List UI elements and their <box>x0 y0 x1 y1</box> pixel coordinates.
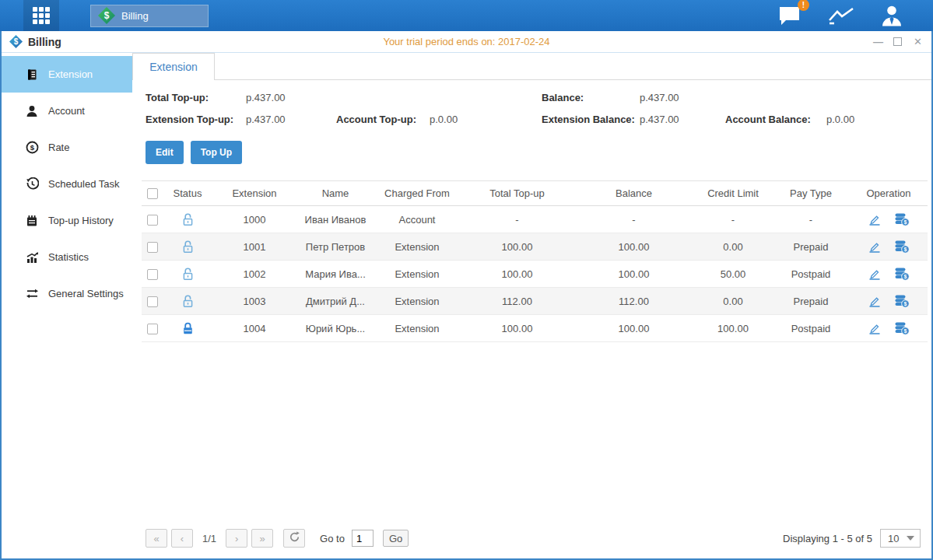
select-all-checkbox[interactable] <box>147 188 158 199</box>
notifications-button[interactable]: ! <box>777 5 802 26</box>
topup-extension-icon[interactable]: $ <box>894 213 910 226</box>
cell-pay-type: Postpaid <box>772 315 850 342</box>
extension-topup-label: Extension Top-up: <box>146 114 246 125</box>
row-checkbox[interactable] <box>147 296 158 307</box>
row-checkbox-cell <box>142 261 163 288</box>
sidebar-item-label: Account <box>48 105 85 117</box>
svg-text:$: $ <box>904 219 907 226</box>
row-checkbox[interactable] <box>147 269 158 280</box>
sidebar-item-scheduled-task[interactable]: Scheduled Task <box>2 166 132 202</box>
cell-total-topup: 100.00 <box>461 261 573 288</box>
cell-balance: 100.00 <box>573 315 694 342</box>
row-checkbox[interactable] <box>147 215 158 226</box>
topup-extension-icon[interactable]: $ <box>894 240 910 254</box>
topup-extension-icon[interactable]: $ <box>894 322 910 335</box>
cell-status <box>163 288 212 315</box>
cell-charged-from: Extension <box>374 315 461 342</box>
column-charged-from: Charged From <box>374 181 461 206</box>
prev-page-button[interactable]: ‹ <box>171 529 193 548</box>
sidebar-item-statistics[interactable]: Statistics <box>2 239 132 275</box>
tab-label: Extension <box>149 61 197 73</box>
column-pay-type: Pay Type <box>772 181 850 206</box>
scheduled-task-icon <box>25 177 39 191</box>
balance-value: p.437.00 <box>640 92 725 103</box>
cell-extension: 1002 <box>212 261 297 288</box>
page-size-select[interactable]: 10 <box>880 529 921 548</box>
go-button[interactable]: Go <box>383 530 409 547</box>
row-checkbox[interactable] <box>147 242 158 253</box>
table-row: 1004Юрий Юрь...Extension100.00100.00100.… <box>142 315 928 342</box>
last-page-button[interactable]: » <box>251 529 273 548</box>
tab-extension[interactable]: Extension <box>132 53 215 80</box>
billing-app-icon: $ <box>98 7 115 24</box>
cell-status <box>163 233 212 261</box>
cell-charged-from: Extension <box>374 233 461 261</box>
cell-pay-type: Prepaid <box>772 233 850 261</box>
topup-extension-icon[interactable]: $ <box>894 295 910 308</box>
svg-text:$: $ <box>904 274 907 280</box>
page-size-value: 10 <box>881 533 907 544</box>
sidebar-item-extension[interactable]: Extension <box>2 56 132 93</box>
cell-credit-limit: 0.00 <box>694 288 772 315</box>
sidebar-item-top-up-history[interactable]: Top-up History <box>2 202 132 239</box>
cell-status <box>163 315 212 342</box>
column-credit-limit: Credit Limit <box>694 181 772 206</box>
resource-monitor-button[interactable] <box>827 5 855 26</box>
next-page-button[interactable]: › <box>226 529 247 548</box>
lock-open-icon <box>181 294 195 308</box>
edit-extension-icon[interactable] <box>868 322 882 335</box>
select-all-header-cell <box>142 181 163 206</box>
extension-balance-label: Extension Balance: <box>542 114 640 125</box>
taskbar-billing-button[interactable]: $ Billing <box>90 5 209 27</box>
cell-charged-from: Extension <box>374 288 461 315</box>
edit-extension-icon[interactable] <box>868 213 882 226</box>
cell-credit-limit: 0.00 <box>694 233 772 261</box>
row-checkbox-cell <box>142 233 163 261</box>
table-row: 1003Дмитрий Д...Extension112.00112.000.0… <box>142 288 928 315</box>
close-button[interactable]: ✕ <box>914 37 922 47</box>
account-balance-label: Account Balance: <box>725 114 826 125</box>
row-checkbox[interactable] <box>147 324 158 334</box>
taskbar-tray: ! <box>777 4 903 27</box>
cell-balance: - <box>573 206 694 233</box>
app-launcher-button[interactable] <box>23 0 59 31</box>
extension-icon <box>25 68 39 81</box>
extension-topup-value: p.437.00 <box>246 114 336 125</box>
minimize-button[interactable]: — <box>873 37 882 47</box>
sidebar-item-account[interactable]: Account <box>2 93 132 129</box>
cell-credit-limit: - <box>694 206 772 233</box>
topup-extension-icon[interactable]: $ <box>894 268 910 281</box>
cell-status <box>163 261 212 288</box>
sidebar-item-rate[interactable]: $ Rate <box>2 129 132 166</box>
extensions-table: StatusExtensionNameCharged FromTotal Top… <box>142 180 928 342</box>
table-row: 1001Петр ПетровExtension100.00100.000.00… <box>142 233 928 261</box>
cell-total-topup: - <box>461 206 573 233</box>
cell-total-topup: 100.00 <box>461 233 573 261</box>
refresh-button[interactable] <box>283 529 305 548</box>
cell-operation: $ <box>850 206 928 233</box>
column-operation: Operation <box>850 181 928 206</box>
edit-extension-icon[interactable] <box>868 268 882 281</box>
row-checkbox-cell <box>142 315 163 342</box>
account-balance-value: p.0.00 <box>826 114 923 125</box>
row-checkbox-cell <box>142 206 163 233</box>
edit-extension-icon[interactable] <box>868 295 882 308</box>
sidebar-item-general-settings[interactable]: General Settings <box>2 275 132 312</box>
main-panel: Extension Total Top-up: p.437.00 Balance… <box>132 53 931 558</box>
edit-button[interactable]: Edit <box>146 141 184 164</box>
user-menu-button[interactable] <box>880 4 903 27</box>
row-checkbox-cell <box>142 288 163 315</box>
cell-operation: $ <box>850 261 928 288</box>
taskbar-billing-label: Billing <box>121 10 149 22</box>
svg-text:$: $ <box>904 301 907 307</box>
first-page-button[interactable]: « <box>146 529 167 548</box>
cell-credit-limit: 50.00 <box>694 261 772 288</box>
sidebar-item-label: Extension <box>48 68 93 80</box>
goto-page-input[interactable] <box>352 530 374 547</box>
maximize-button[interactable] <box>893 37 902 46</box>
edit-extension-icon[interactable] <box>868 240 882 254</box>
topup-button[interactable]: Top Up <box>191 141 242 164</box>
table-row: 1000Иван ИвановAccount---- $ <box>142 206 928 233</box>
cell-extension: 1003 <box>212 288 297 315</box>
notification-badge: ! <box>798 0 809 11</box>
